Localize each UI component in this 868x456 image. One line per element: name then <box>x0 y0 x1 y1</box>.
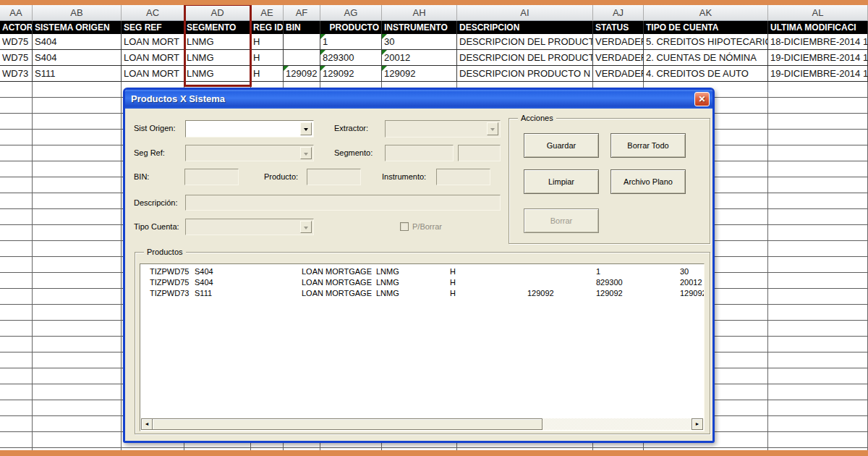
sheet-cell[interactable]: 30 <box>382 34 457 50</box>
sheet-cell[interactable]: WD75 <box>0 34 33 50</box>
sheet-cell[interactable] <box>33 98 122 114</box>
header-cell[interactable]: STATUS <box>593 21 644 34</box>
column-letter-AE[interactable]: AE <box>251 5 284 21</box>
scroll-right-icon[interactable]: ► <box>692 418 703 430</box>
column-letter-AH[interactable]: AH <box>382 5 457 21</box>
sheet-cell[interactable] <box>33 225 122 241</box>
sheet-cell[interactable] <box>0 352 33 368</box>
column-letter-AL[interactable]: AL <box>768 5 868 21</box>
sheet-cell[interactable]: VERDADERO <box>593 66 644 82</box>
sheet-cell[interactable] <box>768 321 868 337</box>
sheet-cell[interactable] <box>768 305 868 321</box>
sheet-cell[interactable]: H <box>251 34 284 50</box>
sheet-cell[interactable] <box>33 177 122 193</box>
header-cell[interactable]: INSTRUMENTO <box>382 21 457 34</box>
productos-listbox[interactable]: TIZPWD75S404LOAN MORTGAGELNMGH130TIZPWD7… <box>140 263 705 431</box>
sheet-cell[interactable]: WD75 <box>0 50 33 66</box>
sheet-cell[interactable] <box>33 241 122 257</box>
column-letter-AA[interactable]: AA <box>0 5 33 21</box>
sheet-cell[interactable] <box>768 416 868 432</box>
sheet-cell[interactable] <box>768 209 868 225</box>
sheet-cell[interactable] <box>0 161 33 177</box>
sheet-cell[interactable] <box>33 368 122 384</box>
sheet-cell[interactable]: 19-DICIEMBRE-2014 1 <box>768 50 868 66</box>
header-cell[interactable]: SEG REF <box>122 21 184 34</box>
sheet-cell[interactable] <box>0 257 33 273</box>
sheet-cell[interactable]: DESCRIPCION PRODUCTO N <box>457 66 593 82</box>
header-cell[interactable]: ACTOR <box>0 21 33 34</box>
sheet-cell[interactable] <box>768 241 868 257</box>
sheet-cell[interactable] <box>768 177 868 193</box>
column-letter-AG[interactable]: AG <box>320 5 382 21</box>
sheet-cell[interactable] <box>768 400 868 416</box>
sheet-cell[interactable] <box>0 98 33 114</box>
header-cell[interactable]: REG ID <box>251 21 284 34</box>
sheet-cell[interactable] <box>0 193 33 209</box>
sheet-cell[interactable] <box>768 114 868 130</box>
sheet-cell[interactable] <box>0 82 33 98</box>
sheet-cell[interactable] <box>0 368 33 384</box>
sheet-cell[interactable]: 20012 <box>382 50 457 66</box>
sheet-cell[interactable]: 2. CUENTAS DE NÓMINA <box>644 50 768 66</box>
header-cell[interactable]: SEGMENTO <box>184 21 251 34</box>
sheet-cell[interactable] <box>33 305 122 321</box>
sheet-cell[interactable] <box>768 273 868 289</box>
sheet-cell[interactable]: LOAN MORT <box>122 66 184 82</box>
chevron-down-icon[interactable] <box>300 122 312 135</box>
sist-origen-combobox[interactable] <box>185 120 314 138</box>
list-item[interactable]: TIZPWD75S404LOAN MORTGAGELNMGH8293002001… <box>140 277 704 288</box>
column-letter-AD[interactable]: AD <box>184 5 251 21</box>
sheet-cell[interactable]: LOAN MORT <box>122 50 184 66</box>
sheet-cell[interactable] <box>0 321 33 337</box>
sheet-cell[interactable] <box>0 305 33 321</box>
horizontal-scrollbar[interactable]: ◄ ► <box>141 418 703 430</box>
sheet-cell[interactable] <box>768 225 868 241</box>
sheet-cell[interactable] <box>768 130 868 145</box>
sheet-cell[interactable] <box>33 321 122 337</box>
column-letter-AI[interactable]: AI <box>457 5 593 21</box>
column-letter-AK[interactable]: AK <box>644 5 768 21</box>
list-item[interactable]: TIZPWD75S404LOAN MORTGAGELNMGH130 <box>140 266 704 277</box>
sheet-cell[interactable] <box>0 241 33 257</box>
guardar-button[interactable]: Guardar <box>524 133 599 158</box>
limpiar-button[interactable]: Limpiar <box>524 169 599 194</box>
sheet-cell[interactable] <box>0 273 33 289</box>
sheet-cell[interactable]: 829300 <box>320 50 382 66</box>
sheet-cell[interactable]: 129092 <box>284 66 320 82</box>
sheet-cell[interactable] <box>0 225 33 241</box>
sheet-cell[interactable] <box>768 161 868 177</box>
sheet-cell[interactable] <box>33 130 122 145</box>
sheet-cell[interactable] <box>768 289 868 305</box>
sheet-cell[interactable] <box>33 352 122 368</box>
sheet-cell[interactable]: S404 <box>33 50 122 66</box>
sheet-cell[interactable]: LNMG <box>184 50 251 66</box>
sheet-cell[interactable] <box>0 289 33 305</box>
sheet-cell[interactable]: H <box>251 66 284 82</box>
sheet-cell[interactable] <box>33 161 122 177</box>
sheet-cell[interactable]: VERDADERO <box>593 34 644 50</box>
sheet-cell[interactable] <box>768 257 868 273</box>
sheet-cell[interactable] <box>33 400 122 416</box>
sheet-cell[interactable] <box>0 432 33 448</box>
sheet-cell[interactable]: LNMG <box>184 66 251 82</box>
sheet-cell[interactable] <box>33 257 122 273</box>
sheet-cell[interactable]: S404 <box>33 34 122 50</box>
header-cell[interactable]: SISTEMA ORIGEN <box>33 21 122 34</box>
sheet-cell[interactable]: LOAN MORT <box>122 34 184 50</box>
sheet-cell[interactable]: H <box>251 50 284 66</box>
sheet-cell[interactable] <box>768 82 868 98</box>
sheet-cell[interactable]: 129092 <box>382 66 457 82</box>
header-cell[interactable]: DESCRIPCION <box>457 21 593 34</box>
header-cell[interactable]: PRODUCTO <box>320 21 382 34</box>
sheet-cell[interactable] <box>33 273 122 289</box>
sheet-cell[interactable] <box>33 416 122 432</box>
sheet-cell[interactable] <box>0 145 33 161</box>
sheet-cell[interactable] <box>0 130 33 145</box>
scroll-left-icon[interactable]: ◄ <box>141 418 153 430</box>
sheet-cell[interactable] <box>768 337 868 352</box>
sheet-cell[interactable] <box>768 384 868 400</box>
sheet-cell[interactable]: S111 <box>33 66 122 82</box>
sheet-cell[interactable] <box>0 209 33 225</box>
sheet-cell[interactable] <box>33 432 122 448</box>
sheet-cell[interactable]: DESCRIPCION DEL PRODUCTO <box>457 50 593 66</box>
